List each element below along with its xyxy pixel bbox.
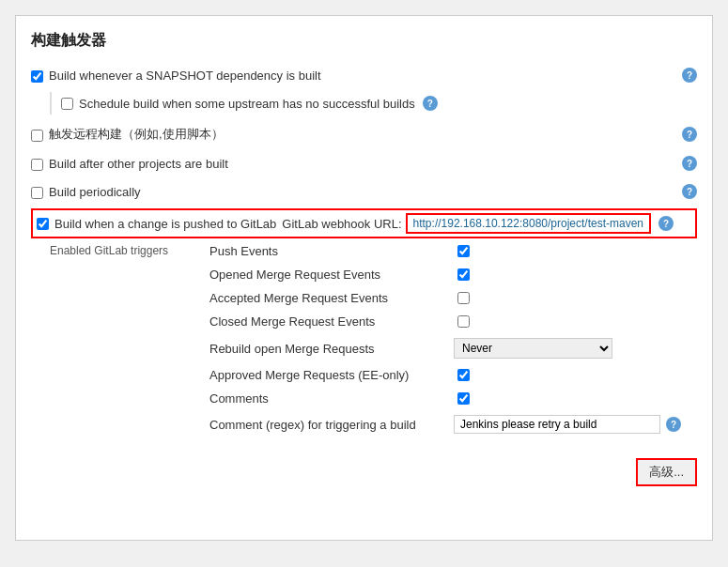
trigger-approved-mr-row: Approved Merge Requests (EE-only)	[200, 368, 697, 382]
trigger-approved-mr-label: Approved Merge Requests (EE-only)	[209, 368, 454, 382]
trigger-periodic-checkbox[interactable]	[31, 187, 43, 199]
snapshot-sub-section: Schedule build when some upstream has no…	[50, 92, 697, 115]
trigger-after-other-row: Build after other projects are built ?	[31, 152, 697, 175]
trigger-comment-regex-row: Comment (regex) for triggering a build ?	[200, 415, 697, 434]
trigger-comment-regex-input[interactable]	[454, 415, 660, 434]
trigger-approved-mr-checkbox[interactable]	[457, 369, 470, 381]
trigger-comments-label: Comments	[209, 391, 454, 406]
trigger-accepted-mr-label: Accepted Merge Request Events	[209, 291, 454, 305]
trigger-remote-row: 触发远程构建（例如,使用脚本） ?	[31, 122, 697, 146]
trigger-push-row: Push Events	[200, 244, 697, 258]
trigger-remote-checkbox[interactable]	[31, 130, 43, 142]
trigger-comments-checkbox[interactable]	[457, 392, 470, 405]
trigger-rebuild-mr-row: Rebuild open Merge Requests Never On pus…	[200, 338, 697, 359]
trigger-opened-mr-checkbox[interactable]	[457, 268, 470, 281]
advanced-button[interactable]: 高级...	[636, 458, 697, 486]
schedule-sub-checkbox[interactable]	[61, 98, 73, 110]
trigger-accepted-mr-row: Accepted Merge Request Events	[200, 291, 697, 305]
trigger-gitlab-label: Build when a change is pushed to GitLab	[54, 217, 276, 231]
trigger-comments-row: Comments	[200, 391, 697, 406]
section-title: 构建触发器	[31, 31, 697, 51]
trigger-opened-mr-label: Opened Merge Request Events	[209, 268, 454, 282]
trigger-periodic-label: Build periodically	[49, 185, 141, 199]
trigger-periodic-row: Build periodically ?	[31, 180, 697, 203]
schedule-sub-row: Schedule build when some upstream has no…	[61, 92, 697, 115]
trigger-rebuild-mr-label: Rebuild open Merge Requests	[209, 342, 454, 356]
webhook-label: GitLab webhook URL:	[282, 217, 401, 231]
trigger-opened-mr-row: Opened Merge Request Events	[200, 268, 697, 282]
trigger-remote-help-icon[interactable]: ?	[682, 127, 697, 142]
trigger-closed-mr-label: Closed Merge Request Events	[209, 314, 454, 329]
gitlab-triggers-section: Enabled GitLab triggers Push Events Open…	[40, 244, 697, 443]
trigger-gitlab-checkbox[interactable]	[37, 218, 49, 230]
bottom-bar: 高级...	[31, 458, 697, 486]
trigger-rebuild-mr-select[interactable]: Never On push to source branch On push t…	[454, 338, 612, 359]
trigger-after-other-help-icon[interactable]: ?	[682, 156, 697, 171]
schedule-sub-help-icon[interactable]: ?	[423, 96, 438, 111]
trigger-remote-label: 触发远程构建（例如,使用脚本）	[49, 126, 224, 143]
webhook-url: http://192.168.10.122:8080/project/test-…	[406, 213, 652, 234]
trigger-snapshot-label: Build whenever a SNAPSHOT dependency is …	[49, 69, 321, 83]
trigger-snapshot-checkbox[interactable]	[31, 70, 43, 83]
trigger-snapshot-row: Build whenever a SNAPSHOT dependency is …	[31, 64, 697, 86]
trigger-accepted-mr-checkbox[interactable]	[457, 292, 470, 304]
trigger-after-other-checkbox[interactable]	[31, 159, 43, 171]
comment-regex-help-icon[interactable]: ?	[666, 417, 681, 432]
trigger-push-checkbox[interactable]	[457, 245, 470, 257]
trigger-closed-mr-checkbox[interactable]	[457, 315, 470, 328]
trigger-gitlab-help-icon[interactable]: ?	[658, 216, 674, 231]
trigger-after-other-label: Build after other projects are built	[49, 157, 228, 171]
trigger-periodic-help-icon[interactable]: ?	[682, 184, 697, 199]
trigger-snapshot-help-icon[interactable]: ?	[682, 68, 697, 83]
enabled-triggers-label: Enabled GitLab triggers	[50, 244, 200, 436]
trigger-comment-regex-label: Comment (regex) for triggering a build	[209, 418, 454, 432]
trigger-items-list: Push Events Opened Merge Request Events …	[200, 244, 697, 443]
trigger-push-label: Push Events	[209, 244, 454, 258]
build-triggers-panel: 构建触发器 Build whenever a SNAPSHOT dependen…	[15, 15, 713, 541]
schedule-sub-label: Schedule build when some upstream has no…	[79, 97, 415, 111]
trigger-closed-mr-row: Closed Merge Request Events	[200, 314, 697, 329]
trigger-gitlab-row: Build when a change is pushed to GitLab …	[31, 208, 697, 238]
